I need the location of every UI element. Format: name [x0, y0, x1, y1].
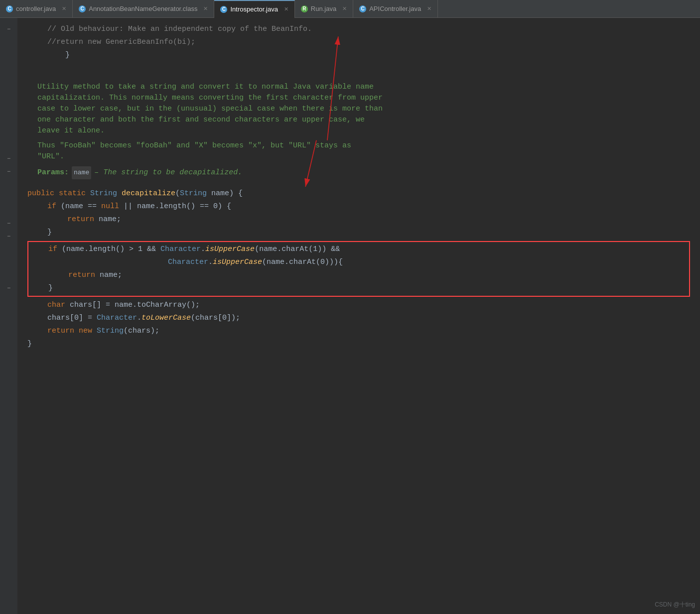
- gutter-spacer-15: [4, 269, 14, 282]
- param-type: String: [180, 187, 207, 200]
- close-method-brace: }: [27, 338, 32, 351]
- gutter-minus-3: −: [4, 165, 14, 178]
- tab-close-run[interactable]: ✕: [342, 5, 347, 12]
- tab-run[interactable]: R Run.java ✕: [295, 0, 353, 18]
- method-tolowercase: toLowerCase: [141, 312, 191, 325]
- javadoc-line7: Thus "FooBah" becomes "fooBah" and "X" b…: [37, 140, 406, 151]
- gutter-spacer-13: [4, 243, 14, 256]
- return3-val: (chars);: [124, 325, 159, 338]
- code-line-if2: if (name.length() > 1 && Character . isU…: [28, 243, 689, 256]
- code-line-comment1: // Old behaviour: Make an independent co…: [27, 23, 690, 36]
- kw-string-ret: String: [90, 187, 122, 200]
- tab-icon-api: C: [359, 5, 366, 12]
- char-class1: Character: [160, 243, 201, 256]
- close-if2-brace: }: [48, 282, 53, 295]
- close-if1-brace: }: [47, 226, 52, 239]
- tab-controller[interactable]: C controller.java ✕: [0, 0, 73, 18]
- javadoc-line2: capitalization. This normally means conv…: [37, 93, 406, 104]
- javadoc-line5: leave it alone.: [37, 125, 406, 136]
- gutter-minus-2: −: [4, 152, 14, 165]
- gutter-spacer-2: [4, 49, 14, 62]
- code-text-comment1: // Old behaviour: Make an independent co…: [47, 23, 312, 36]
- charat1: (name.charAt(1)) &&: [255, 243, 340, 256]
- gutter-minus-1: −: [4, 23, 14, 36]
- gutter-spacer-8: [4, 126, 14, 139]
- method-isuppercase2: isUpperCase: [213, 256, 262, 269]
- tab-icon-annotation: C: [79, 5, 86, 12]
- if2-open: (name.length() > 1 &&: [62, 243, 160, 256]
- gutter-spacer-11: [4, 191, 14, 204]
- tab-label-controller: controller.java: [16, 5, 56, 12]
- javadoc-params-name: name: [72, 166, 91, 179]
- dot1: .: [201, 243, 205, 256]
- method-isuppercase1: isUpperCase: [205, 243, 255, 256]
- tab-close-introspector[interactable]: ✕: [284, 6, 288, 12]
- code-line-method-sig: public static String decapitalize ( Stri…: [27, 187, 690, 200]
- code-line-if2b: Character . isUpperCase (name.charAt(0))…: [28, 256, 689, 269]
- javadoc-spacer1: [37, 136, 406, 140]
- method-decapitalize: decapitalize: [122, 187, 175, 200]
- tab-label-run: Run.java: [311, 5, 336, 12]
- gutter-spacer-7: [4, 114, 14, 126]
- javadoc-spacer2: [37, 162, 406, 166]
- tab-icon-introspector: C: [220, 6, 227, 13]
- code-line-close-method: }: [27, 338, 690, 351]
- javadoc-params-desc: – The string to be decapitalized.: [94, 167, 242, 179]
- kw-public: public: [27, 187, 59, 200]
- gutter-spacer-3: [4, 62, 14, 75]
- gutter-spacer-14: [4, 256, 14, 269]
- method-params: (: [175, 187, 180, 200]
- tab-label-introspector: Introspector.java: [230, 5, 278, 13]
- if1-paren-open: (name ==: [61, 200, 101, 213]
- spacer-1: [27, 62, 690, 77]
- highlighted-if-block: if (name.length() > 1 && Character . isU…: [27, 241, 690, 297]
- charat2: (name.charAt(0))){: [262, 256, 343, 269]
- string-class: String: [97, 325, 124, 338]
- javadoc-line1: Utility method to take a string and conv…: [37, 82, 406, 93]
- code-text-comment2: //return new GenericBeanInfo(bi);: [47, 36, 195, 49]
- gutter-spacer-6: [4, 101, 14, 114]
- tab-close-controller[interactable]: ✕: [62, 5, 66, 12]
- gutter-spacer-5: [4, 88, 14, 101]
- gutter-spacer-12: [4, 204, 14, 217]
- kw-static: static: [59, 187, 90, 200]
- kw-null: null: [101, 200, 119, 213]
- code-area[interactable]: // Old behaviour: Make an independent co…: [17, 18, 700, 614]
- kw-if2: if: [48, 243, 62, 256]
- tab-annotation[interactable]: C AnnotationBeanNameGenerator.class ✕: [73, 0, 214, 18]
- tab-api[interactable]: C APIController.java ✕: [353, 0, 438, 18]
- javadoc-params-label: Params:: [37, 167, 69, 179]
- code-line-comment2: //return new GenericBeanInfo(bi);: [27, 36, 690, 49]
- char-array-decl: chars[] = name.toCharArray();: [70, 299, 200, 312]
- gutter-minus-4: −: [4, 217, 14, 230]
- tab-introspector[interactable]: C Introspector.java ✕: [214, 0, 294, 18]
- code-line-return3: return new String (chars);: [27, 325, 690, 338]
- javadoc-line8: "URL".: [37, 151, 406, 162]
- return1-val: name;: [99, 213, 121, 226]
- tab-label-annotation: AnnotationBeanNameGenerator.class: [89, 5, 197, 12]
- tab-close-api[interactable]: ✕: [427, 5, 431, 12]
- if1-or: || name.length() == 0) {: [119, 200, 231, 213]
- dot3: .: [137, 312, 141, 325]
- code-line-if1: if (name == null || name.length() == 0) …: [27, 200, 690, 213]
- code-line-return2: return name;: [28, 269, 689, 282]
- code-line-chars0: chars[0] = Character . toLowerCase (char…: [27, 312, 690, 325]
- param-name-and-brace: name) {: [207, 187, 243, 200]
- javadoc-line4: one character and both the first and sec…: [37, 115, 406, 125]
- code-text-brace1: }: [27, 49, 70, 62]
- tab-icon-controller: C: [6, 5, 13, 12]
- tab-bar: C controller.java ✕ C AnnotationBeanName…: [0, 0, 700, 18]
- kw-return1: return: [67, 213, 99, 226]
- tab-close-annotation[interactable]: ✕: [203, 5, 208, 12]
- kw-if1: if: [47, 200, 61, 213]
- dot2: .: [208, 256, 213, 269]
- char-class3: Character: [97, 312, 137, 325]
- editor-area: − − − − − −: [0, 18, 700, 614]
- code-line-return1: return name;: [27, 213, 690, 226]
- kw-new: new: [79, 325, 97, 338]
- code-line-brace1: }: [27, 49, 690, 62]
- kw-return2: return: [68, 269, 100, 282]
- gutter-spacer-10: [4, 178, 14, 191]
- tab-label-api: APIController.java: [369, 5, 421, 12]
- gutter-spacer-9: [4, 139, 14, 152]
